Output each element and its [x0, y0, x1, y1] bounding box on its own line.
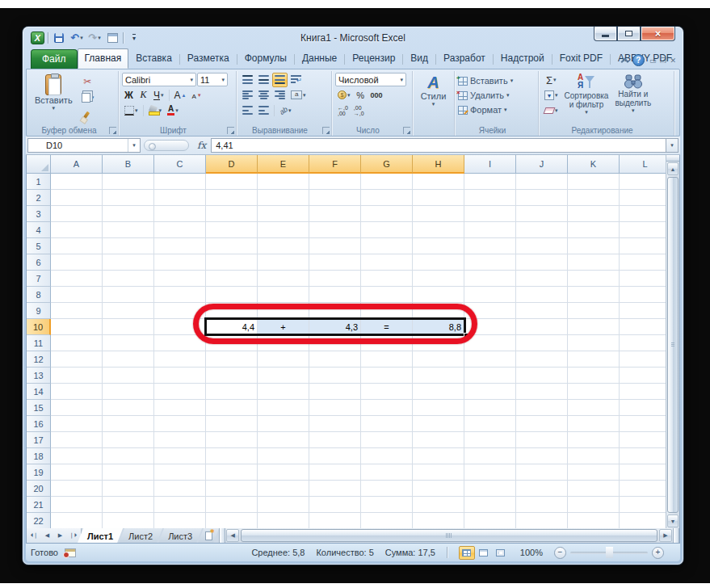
paste-dropdown-icon[interactable]: ▾: [53, 105, 56, 111]
cell-J17[interactable]: [516, 432, 568, 448]
cell-I19[interactable]: [464, 464, 516, 481]
cell-L5[interactable]: [620, 238, 666, 254]
align-middle-button[interactable]: [256, 73, 271, 87]
row-header-9[interactable]: 9: [27, 303, 51, 319]
cell-C1[interactable]: [154, 174, 206, 190]
cell-C8[interactable]: [154, 287, 206, 303]
cell-A16[interactable]: [51, 416, 103, 432]
cell-A8[interactable]: [51, 287, 103, 303]
restore-button[interactable]: [617, 27, 641, 41]
cell-G7[interactable]: [361, 271, 413, 287]
cell-H1[interactable]: [413, 174, 464, 190]
cell-J16[interactable]: [516, 416, 568, 432]
cell-B3[interactable]: [103, 206, 154, 222]
sheet-tab-list2[interactable]: Лист2: [119, 528, 162, 543]
cell-E2[interactable]: [258, 190, 309, 206]
cell-J11[interactable]: [516, 335, 568, 351]
cell-H18[interactable]: [413, 448, 464, 464]
cell-E22[interactable]: [258, 513, 309, 528]
cell-L13[interactable]: [620, 368, 666, 384]
cell-I12[interactable]: [464, 351, 516, 368]
fill-button[interactable]: ▼▾: [542, 88, 561, 103]
comma-style-button[interactable]: 000: [368, 88, 385, 103]
borders-dropdown-icon[interactable]: ▾: [135, 107, 138, 114]
cell-F17[interactable]: [309, 432, 361, 448]
wrap-text-button[interactable]: [288, 73, 304, 87]
cell-I14[interactable]: [464, 384, 516, 400]
row-header-6[interactable]: 6: [27, 254, 51, 271]
cell-J3[interactable]: [516, 206, 568, 222]
tab-recenzir[interactable]: Рецензир: [345, 48, 402, 69]
cell-D16[interactable]: [206, 416, 258, 432]
cell-D12[interactable]: [206, 351, 258, 368]
decrease-decimal-button[interactable]: ,00 →,0: [351, 103, 367, 118]
help-icon[interactable]: ?: [632, 54, 645, 66]
clear-dropdown-icon[interactable]: ▾: [555, 107, 558, 114]
cell-G15[interactable]: [361, 400, 413, 416]
cell-L11[interactable]: [620, 335, 666, 351]
cell-D17[interactable]: [206, 432, 258, 448]
cell-F21[interactable]: [309, 497, 361, 513]
cell-C5[interactable]: [154, 238, 206, 254]
cell-J8[interactable]: [516, 287, 568, 303]
cell-A17[interactable]: [51, 432, 103, 448]
cell-B12[interactable]: [103, 351, 154, 368]
cell-H21[interactable]: [413, 497, 464, 513]
cell-J19[interactable]: [516, 464, 568, 481]
row-header-5[interactable]: 5: [27, 238, 51, 254]
cell-K7[interactable]: [568, 271, 620, 287]
orientation-dropdown-icon[interactable]: ▾: [288, 107, 292, 114]
zoom-slider-thumb[interactable]: [606, 547, 613, 558]
cell-I7[interactable]: [464, 271, 516, 287]
cell-E7[interactable]: [258, 271, 309, 287]
column-header-B[interactable]: B: [103, 155, 154, 174]
cell-G3[interactable]: [361, 206, 413, 222]
copy-dropdown-icon[interactable]: ▾: [91, 94, 95, 101]
row-header-15[interactable]: 15: [27, 400, 51, 416]
tab-vid[interactable]: Вид: [403, 48, 435, 69]
cell-G22[interactable]: [361, 513, 413, 528]
tab-formuly[interactable]: Формулы: [237, 48, 294, 69]
cell-A2[interactable]: [51, 190, 103, 206]
cell-D15[interactable]: [206, 400, 258, 416]
cell-L3[interactable]: [620, 206, 666, 222]
row-header-22[interactable]: 22: [27, 513, 51, 528]
column-header-I[interactable]: I: [464, 155, 516, 174]
cell-E15[interactable]: [258, 400, 309, 416]
cell-G13[interactable]: [361, 368, 413, 384]
currency-dropdown-icon[interactable]: ▾: [347, 92, 351, 99]
redo-dropdown-icon[interactable]: ▾: [98, 35, 101, 41]
cell-F2[interactable]: [309, 190, 361, 206]
cell-K14[interactable]: [568, 384, 620, 400]
align-left-button[interactable]: [240, 88, 255, 103]
cell-K18[interactable]: [568, 448, 620, 464]
row-header-17[interactable]: 17: [27, 432, 51, 448]
row-header-20[interactable]: 20: [27, 481, 51, 497]
accounting-format-button[interactable]: $▾: [335, 88, 353, 103]
cell-F5[interactable]: [309, 238, 361, 254]
cell-B18[interactable]: [103, 448, 154, 464]
cell-E21[interactable]: [258, 497, 309, 513]
cell-I5[interactable]: [464, 238, 516, 254]
cell-K19[interactable]: [568, 464, 620, 481]
cell-K20[interactable]: [568, 481, 620, 497]
tab-vstavka[interactable]: Вставка: [128, 48, 179, 69]
copy-button[interactable]: ▾: [79, 90, 97, 105]
row-header-13[interactable]: 13: [27, 368, 51, 384]
cell-I13[interactable]: [464, 368, 516, 384]
cell-D20[interactable]: [206, 481, 258, 497]
insert-function-button[interactable]: fx: [192, 140, 211, 151]
cell-F20[interactable]: [309, 481, 361, 497]
row-header-10[interactable]: 10: [27, 319, 51, 335]
align-bottom-button[interactable]: [272, 73, 288, 87]
cell-D7[interactable]: [206, 271, 258, 287]
cell-L19[interactable]: [620, 464, 666, 481]
align-center-button[interactable]: [256, 88, 271, 103]
zoom-slider-track[interactable]: [570, 552, 648, 554]
cell-E17[interactable]: [258, 432, 309, 448]
cell-E1[interactable]: [258, 174, 309, 190]
autosum-dropdown-icon[interactable]: ▾: [553, 77, 557, 83]
cell-I3[interactable]: [464, 206, 516, 222]
tab-glavnaya[interactable]: Главная: [78, 48, 129, 69]
cell-H9[interactable]: [413, 303, 464, 319]
